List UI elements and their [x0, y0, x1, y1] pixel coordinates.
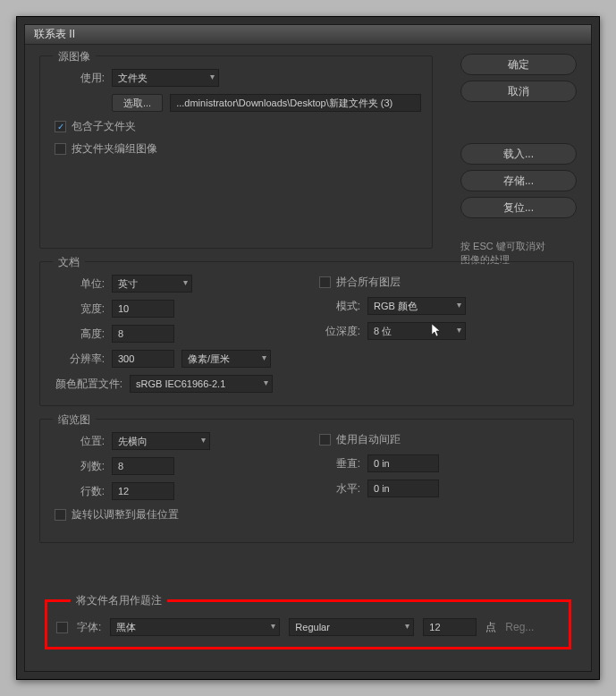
- caption-checkbox[interactable]: [56, 622, 68, 633]
- use-label: 使用:: [51, 71, 105, 86]
- load-button[interactable]: 载入...: [460, 143, 577, 165]
- font-label: 字体:: [77, 620, 101, 635]
- outer-frame: 联系表 II 确定 取消 载入... 存储... 复位... 按 ESC 键可取…: [16, 16, 600, 680]
- mode-label: 模式:: [316, 299, 360, 314]
- group-folder-checkbox[interactable]: [55, 143, 66, 155]
- reset-button[interactable]: 复位...: [460, 197, 577, 218]
- height-label: 高度:: [51, 327, 105, 342]
- auto-space-checkbox[interactable]: [319, 434, 331, 446]
- caption-group: 将文件名用作题注 字体: 黑体 Regular 12 点 Reg...: [45, 599, 571, 649]
- profile-select[interactable]: sRGB IEC61966-2.1: [130, 375, 273, 393]
- horz-label: 水平:: [316, 481, 360, 497]
- side-buttons: 确定 取消 载入... 存储... 复位... 按 ESC 键可取消对 图像的处…: [460, 54, 577, 267]
- include-sub-checkbox[interactable]: [55, 121, 66, 132]
- document-legend: 文档: [53, 255, 85, 270]
- auto-space-label: 使用自动间距: [336, 432, 401, 447]
- rotate-fit-checkbox[interactable]: [55, 509, 66, 521]
- res-input[interactable]: 300: [112, 350, 174, 368]
- browse-button[interactable]: 选取...: [112, 94, 163, 112]
- flatten-checkbox[interactable]: [319, 276, 331, 288]
- cancel-button[interactable]: 取消: [460, 81, 577, 102]
- depth-label: 位深度:: [316, 324, 360, 339]
- rotate-fit-label: 旋转以调整到最佳位置: [72, 507, 179, 522]
- use-select[interactable]: 文件夹: [112, 69, 219, 87]
- mode-select[interactable]: RGB 颜色: [367, 297, 466, 315]
- res-label: 分辨率:: [51, 352, 105, 367]
- vert-input[interactable]: 0 in: [367, 454, 439, 472]
- rows-label: 行数:: [51, 484, 105, 499]
- source-group: 源图像 使用: 文件夹 选取... ...dministrator\Downlo…: [39, 55, 433, 249]
- cols-label: 列数:: [51, 459, 105, 474]
- res-unit-select[interactable]: 像素/厘米: [181, 350, 271, 368]
- ok-button[interactable]: 确定: [460, 54, 577, 75]
- path-field[interactable]: ...dministrator\Downloads\Desktop\新建文件夹 …: [170, 94, 421, 112]
- font-size-input[interactable]: 12: [423, 618, 477, 636]
- unit-select[interactable]: 英寸: [112, 275, 192, 293]
- width-label: 宽度:: [51, 301, 105, 317]
- source-legend: 源图像: [53, 49, 96, 64]
- font-extra: Reg...: [505, 621, 534, 633]
- main-panel: 源图像 使用: 文件夹 选取... ...dministrator\Downlo…: [39, 55, 433, 543]
- window-title: 联系表 II: [34, 27, 75, 42]
- rows-input[interactable]: 12: [112, 482, 174, 500]
- vert-label: 垂直:: [316, 456, 360, 471]
- dialog-content: 确定 取消 载入... 存储... 复位... 按 ESC 键可取消对 图像的处…: [25, 45, 591, 671]
- thumb-legend: 缩览图: [53, 412, 96, 428]
- place-select[interactable]: 先横向: [112, 432, 210, 450]
- dialog-window: 联系表 II 确定 取消 载入... 存储... 复位... 按 ESC 键可取…: [24, 24, 592, 672]
- horz-input[interactable]: 0 in: [367, 480, 439, 497]
- include-sub-label: 包含子文件夹: [72, 119, 136, 134]
- profile-label: 颜色配置文件:: [51, 377, 122, 392]
- font-size-unit: 点: [485, 620, 496, 635]
- flatten-label: 拼合所有图层: [336, 275, 401, 290]
- thumb-group: 缩览图 位置: 先横向 列数: 8 行数:: [39, 419, 574, 543]
- width-input[interactable]: 10: [112, 300, 174, 318]
- font-select[interactable]: 黑体: [110, 618, 280, 636]
- depth-select[interactable]: 8 位: [367, 322, 466, 340]
- font-style-select[interactable]: Regular: [289, 618, 414, 636]
- document-group: 文档 单位: 英寸 宽度: 10 高度:: [39, 261, 574, 406]
- cols-input[interactable]: 8: [112, 457, 174, 475]
- height-input[interactable]: 8: [112, 325, 174, 343]
- save-button[interactable]: 存储...: [460, 170, 577, 191]
- titlebar[interactable]: 联系表 II: [25, 25, 591, 45]
- group-folder-label: 按文件夹编组图像: [72, 141, 157, 157]
- place-label: 位置:: [51, 434, 105, 449]
- caption-legend: 将文件名用作题注: [71, 593, 167, 608]
- unit-label: 单位:: [51, 276, 105, 292]
